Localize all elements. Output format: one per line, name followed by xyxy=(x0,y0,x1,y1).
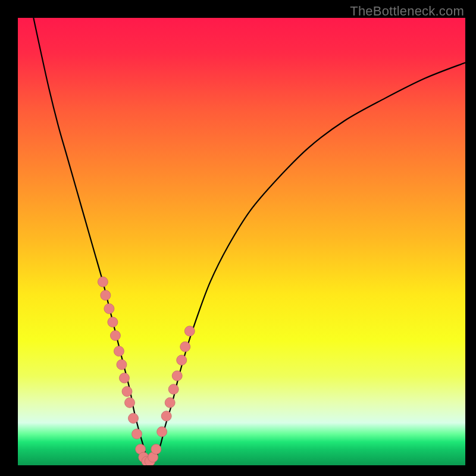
chart-frame: TheBottleneck.com xyxy=(0,0,476,476)
watermark-text: TheBottleneck.com xyxy=(350,4,464,19)
marker-dot xyxy=(157,427,167,437)
marker-dot xyxy=(180,342,190,352)
marker-dot xyxy=(110,330,120,340)
marker-dot xyxy=(122,386,132,396)
marker-dot xyxy=(117,359,127,369)
marker-dot xyxy=(101,290,111,300)
marker-dot xyxy=(125,397,135,408)
marker-dot xyxy=(184,326,195,336)
bottleneck-curve xyxy=(33,18,465,462)
curve-layer xyxy=(18,18,465,465)
marker-dot xyxy=(104,303,114,314)
marker-dot xyxy=(129,414,139,424)
marker-dot xyxy=(132,429,142,439)
marker-dot xyxy=(177,355,187,365)
marker-dot xyxy=(151,444,161,454)
marker-dot xyxy=(98,277,108,287)
marker-dot xyxy=(108,317,118,327)
marker-dot xyxy=(172,371,182,381)
marker-dot xyxy=(114,346,124,356)
plot-area xyxy=(18,18,465,465)
marker-dot xyxy=(165,397,175,408)
marker-dot xyxy=(119,373,129,383)
marker-dot xyxy=(161,411,171,421)
marker-dot xyxy=(168,384,178,394)
